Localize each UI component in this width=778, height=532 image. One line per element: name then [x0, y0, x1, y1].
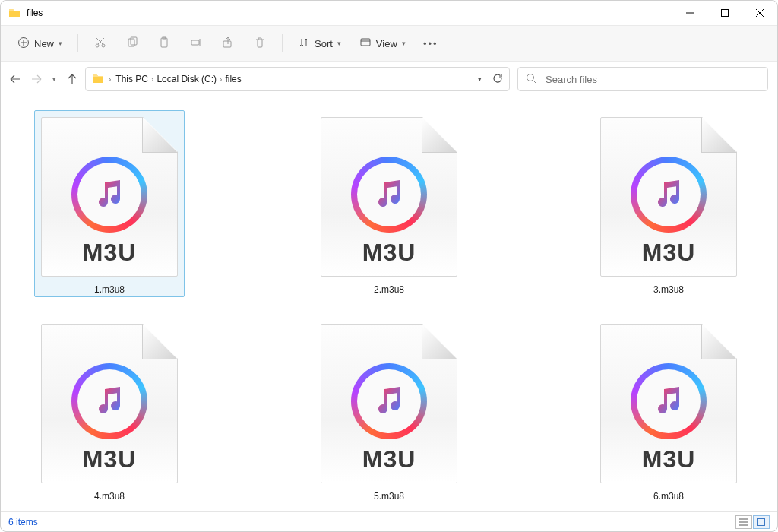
file-type-badge: M3U — [362, 239, 416, 267]
nav-row: ▾ › This PC › Local Disk (C:) › files ▾ — [1, 62, 777, 97]
view-switcher — [735, 515, 770, 529]
svg-rect-10 — [361, 39, 370, 46]
file-type-badge: M3U — [642, 445, 696, 473]
breadcrumb: This PC › Local Disk (C:) › files — [115, 74, 473, 84]
cut-button[interactable] — [86, 30, 115, 56]
titlebar: files — [1, 1, 777, 25]
file-grid: M3U 1.m3u8 M3U 2.m3u8 M3U 3.m3u8 — [11, 110, 767, 504]
address-bar[interactable]: › This PC › Local Disk (C:) › files ▾ — [85, 67, 510, 91]
file-thumbnail: M3U — [596, 319, 742, 488]
sort-icon — [298, 36, 310, 51]
svg-rect-8 — [191, 40, 199, 45]
breadcrumb-folder[interactable]: files — [225, 74, 241, 84]
status-bar: 6 items — [1, 511, 777, 531]
music-app-icon — [351, 157, 427, 233]
window-controls — [672, 1, 777, 25]
chevron-down-icon: ▾ — [337, 40, 341, 47]
file-item[interactable]: M3U 5.m3u8 — [314, 317, 464, 504]
music-app-icon — [351, 363, 427, 439]
scissors-icon — [94, 36, 106, 51]
file-thumbnail: M3U — [316, 319, 462, 488]
file-item[interactable]: M3U 3.m3u8 — [593, 110, 744, 297]
file-thumbnail: M3U — [36, 319, 182, 488]
separator — [77, 34, 78, 52]
file-name: 4.m3u8 — [94, 491, 125, 502]
rename-button[interactable] — [182, 30, 210, 56]
chevron-down-icon: ▾ — [402, 40, 406, 47]
window-title: files — [27, 8, 43, 18]
file-item[interactable]: M3U 1.m3u8 — [34, 110, 185, 297]
maximize-button[interactable] — [707, 1, 742, 25]
recent-locations-button[interactable]: ▾ — [52, 75, 56, 83]
file-type-badge: M3U — [642, 239, 696, 267]
sort-label: Sort — [315, 38, 333, 49]
music-app-icon — [631, 363, 707, 439]
ellipsis-icon: ••• — [423, 38, 438, 49]
trash-icon — [254, 36, 266, 51]
search-input[interactable] — [544, 73, 760, 86]
address-dropdown-button[interactable]: ▾ — [478, 75, 482, 83]
svg-rect-0 — [722, 10, 729, 17]
up-button[interactable] — [67, 74, 77, 84]
refresh-button[interactable] — [492, 73, 503, 86]
copy-button[interactable] — [118, 30, 147, 56]
new-button[interactable]: New ▾ — [10, 30, 70, 56]
file-item[interactable]: M3U 2.m3u8 — [314, 110, 464, 297]
folder-icon — [92, 72, 104, 87]
sort-button[interactable]: Sort ▾ — [290, 30, 349, 56]
file-item[interactable]: M3U 4.m3u8 — [34, 317, 185, 504]
file-type-badge: M3U — [362, 445, 416, 473]
file-pane[interactable]: M3U 1.m3u8 M3U 2.m3u8 M3U 3.m3u8 — [1, 97, 777, 511]
separator — [282, 34, 283, 52]
file-name: 6.m3u8 — [653, 491, 684, 502]
music-app-icon — [71, 157, 147, 233]
file-thumbnail: M3U — [596, 112, 742, 281]
more-button[interactable]: ••• — [416, 30, 445, 56]
close-button[interactable] — [742, 1, 777, 25]
search-icon — [526, 73, 536, 86]
svg-rect-12 — [758, 518, 765, 525]
toolbar: New ▾ Sort ▾ View ▾ ••• — [1, 25, 777, 62]
chevron-right-icon: › — [151, 75, 153, 84]
view-button[interactable]: View ▾ — [352, 30, 413, 56]
svg-point-11 — [527, 74, 534, 81]
breadcrumb-drive[interactable]: Local Disk (C:) — [157, 74, 217, 84]
svg-rect-9 — [223, 41, 231, 47]
share-button[interactable] — [213, 30, 242, 56]
file-name: 5.m3u8 — [374, 491, 404, 502]
search-box[interactable] — [517, 67, 768, 91]
status-item-count: 6 items — [8, 517, 38, 527]
file-type-badge: M3U — [83, 239, 137, 267]
file-thumbnail: M3U — [316, 112, 462, 281]
paste-button[interactable] — [150, 30, 179, 56]
minimize-button[interactable] — [672, 1, 707, 25]
music-app-icon — [71, 363, 147, 439]
thumbnails-view-button[interactable] — [753, 515, 770, 529]
share-icon — [222, 36, 234, 51]
svg-point-3 — [102, 44, 105, 47]
chevron-down-icon: ▾ — [59, 40, 62, 47]
file-name: 1.m3u8 — [94, 284, 125, 295]
view-icon — [359, 36, 372, 51]
forward-button[interactable] — [31, 74, 42, 84]
music-app-icon — [631, 157, 707, 233]
breadcrumb-root[interactable]: This PC — [115, 74, 148, 84]
details-view-button[interactable] — [735, 515, 752, 529]
rename-icon — [190, 36, 202, 51]
chevron-right-icon: › — [220, 75, 222, 84]
file-item[interactable]: M3U 6.m3u8 — [593, 317, 744, 504]
nav-arrows: ▾ — [10, 74, 77, 84]
file-name: 2.m3u8 — [374, 284, 404, 295]
file-thumbnail: M3U — [36, 112, 182, 281]
file-type-badge: M3U — [83, 445, 137, 473]
folder-icon — [8, 7, 21, 19]
new-label: New — [34, 38, 54, 49]
plus-circle-icon — [17, 36, 30, 51]
file-name: 3.m3u8 — [653, 284, 684, 295]
svg-rect-6 — [161, 38, 167, 47]
back-button[interactable] — [10, 74, 21, 84]
copy-icon — [126, 36, 138, 51]
svg-point-2 — [96, 44, 99, 47]
clipboard-icon — [158, 36, 170, 51]
delete-button[interactable] — [245, 30, 274, 56]
